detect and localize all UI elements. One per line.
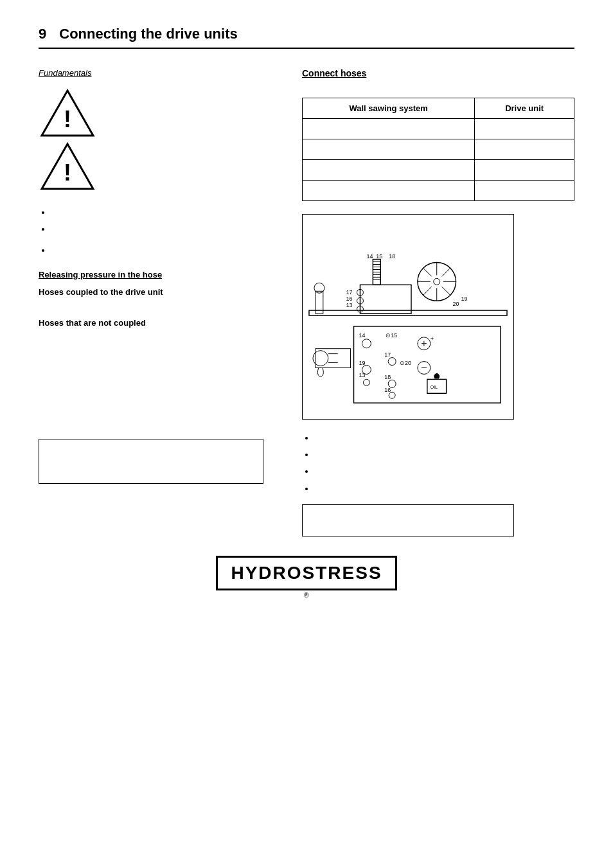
hydrostress-text: HYDROSTRESS	[231, 563, 382, 583]
table-row	[303, 119, 574, 139]
svg-rect-39	[315, 349, 351, 368]
connect-hoses-title: Connect hoses	[302, 68, 574, 78]
svg-line-16	[442, 268, 450, 276]
svg-text:!: !	[64, 106, 71, 132]
svg-text:19: 19	[461, 296, 467, 302]
left-info-text	[47, 447, 49, 457]
svg-text:⊙15: ⊙15	[386, 332, 397, 339]
right-bottom	[302, 432, 574, 536]
svg-text:14: 14	[366, 253, 373, 260]
svg-point-60	[363, 379, 369, 385]
left-bullet-3	[51, 245, 283, 256]
table-row	[303, 181, 574, 201]
coupled-heading: Hoses coupled to the drive unit	[39, 287, 283, 297]
releasing-title: Releasing pressure in the hose	[39, 270, 283, 279]
svg-text:OIL: OIL	[431, 385, 438, 389]
main-content: Fundamentals ! !	[39, 68, 574, 420]
table-row	[303, 160, 574, 181]
diagram-box: 14 15 18 17 16 13 19 20	[302, 214, 514, 420]
hose-table: Wall sawing system Drive unit	[302, 98, 574, 201]
right-info-box	[302, 504, 514, 536]
table-cell	[475, 160, 574, 181]
right-bullet-4	[315, 483, 574, 495]
svg-text:⊙20: ⊙20	[400, 360, 411, 366]
left-bottom	[39, 432, 283, 536]
table-row	[303, 139, 574, 160]
svg-text:13: 13	[359, 372, 365, 378]
table-cell	[303, 160, 475, 181]
bottom-section	[39, 432, 574, 536]
table-cell	[303, 181, 475, 201]
left-bullet-list	[39, 207, 283, 235]
svg-text:+: +	[431, 335, 434, 342]
svg-rect-4	[309, 310, 507, 315]
svg-text:19: 19	[359, 360, 365, 366]
table-cell	[303, 139, 475, 160]
left-bullet-list-2	[39, 245, 283, 256]
svg-text:18: 18	[384, 374, 391, 380]
left-column: Fundamentals ! !	[39, 68, 283, 420]
svg-point-51	[388, 358, 396, 366]
table-header-2: Drive unit	[475, 98, 574, 119]
right-bullet-1	[315, 432, 574, 444]
svg-text:17: 17	[384, 351, 391, 358]
hydrostress-logo: HYDROSTRESS	[216, 556, 396, 590]
svg-text:16: 16	[384, 387, 391, 393]
table-cell	[475, 181, 574, 201]
left-bullet-1	[51, 207, 283, 218]
svg-point-62	[389, 392, 395, 398]
warning-triangle-1: !	[39, 87, 283, 141]
logo-wrapper: HYDROSTRESS ®	[216, 556, 396, 599]
right-bullet-3	[315, 466, 574, 477]
fundamentals-label: Fundamentals	[39, 68, 283, 78]
svg-text:14: 14	[359, 332, 365, 339]
section-number: 9	[39, 26, 46, 42]
svg-text:20: 20	[453, 301, 459, 307]
section-header: 9 Connecting the drive units	[39, 26, 574, 49]
page: 9 Connecting the drive units Fundamental…	[0, 0, 613, 868]
svg-point-9	[434, 278, 440, 285]
svg-text:15: 15	[376, 253, 382, 260]
not-coupled-heading: Hoses that are not coupled	[39, 318, 283, 328]
svg-point-6	[314, 283, 324, 293]
table-cell	[475, 139, 574, 160]
right-info-text	[310, 513, 313, 522]
right-column: Connect hoses Wall sawing system Drive u…	[302, 68, 574, 420]
right-bullet-list	[302, 432, 574, 495]
logo-registered: ®	[216, 592, 396, 599]
svg-text:13: 13	[346, 302, 353, 308]
logo-container: HYDROSTRESS ®	[39, 556, 574, 599]
warning-triangle-2: !	[39, 141, 283, 194]
svg-text:16: 16	[346, 296, 353, 302]
releasing-section: Releasing pressure in the hose Hoses cou…	[39, 270, 283, 328]
svg-text:18: 18	[389, 253, 395, 260]
svg-text:17: 17	[346, 289, 353, 296]
svg-line-17	[423, 287, 432, 295]
table-cell	[475, 119, 574, 139]
section-title: Connecting the drive units	[59, 26, 237, 42]
table-cell	[303, 119, 475, 139]
table-header-1: Wall sawing system	[303, 98, 475, 119]
svg-point-44	[362, 339, 371, 348]
right-bullet-2	[315, 449, 574, 461]
svg-text:!: !	[64, 159, 71, 186]
svg-line-14	[423, 268, 432, 276]
left-info-box	[39, 439, 263, 484]
svg-line-15	[442, 287, 450, 295]
left-bullet-2	[51, 224, 283, 235]
diagram-svg: 14 15 18 17 16 13 19 20	[303, 215, 513, 419]
svg-rect-7	[360, 285, 411, 314]
